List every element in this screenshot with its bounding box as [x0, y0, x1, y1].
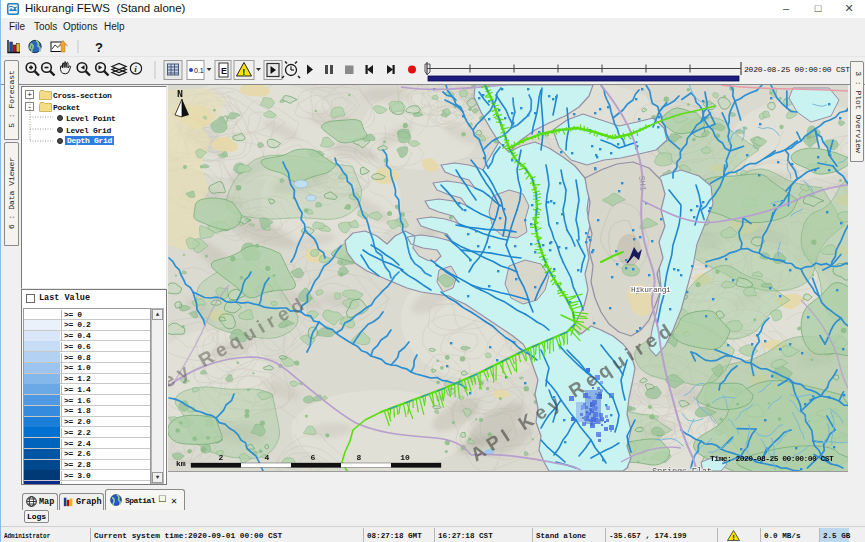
- svg-text:?: ?: [95, 40, 103, 55]
- svg-text:4: 4: [265, 453, 270, 462]
- svg-text:SH1: SH1: [636, 175, 648, 191]
- svg-text:i: i: [134, 64, 137, 74]
- svg-text:8: 8: [357, 453, 362, 462]
- svg-text:10: 10: [400, 453, 410, 462]
- svg-text:2: 2: [219, 453, 224, 462]
- svg-text:km: km: [176, 459, 186, 468]
- svg-text:0.1: 0.1: [194, 67, 204, 74]
- svg-text:N: N: [177, 89, 183, 100]
- svg-text:6: 6: [311, 453, 316, 462]
- svg-text:Springs Flat: Springs Flat: [652, 467, 712, 471]
- svg-text:Time: 2020-08-25 00:00:00 CST: Time: 2020-08-25 00:00:00 CST: [710, 454, 834, 463]
- svg-text:!: !: [732, 533, 735, 542]
- svg-text:2020-08-25 00:00:00 CST: 2020-08-25 00:00:00 CST: [744, 65, 850, 74]
- svg-text:E: E: [221, 66, 227, 76]
- svg-text:!: !: [242, 67, 245, 77]
- svg-text:Hikurangi: Hikurangi: [631, 286, 671, 294]
